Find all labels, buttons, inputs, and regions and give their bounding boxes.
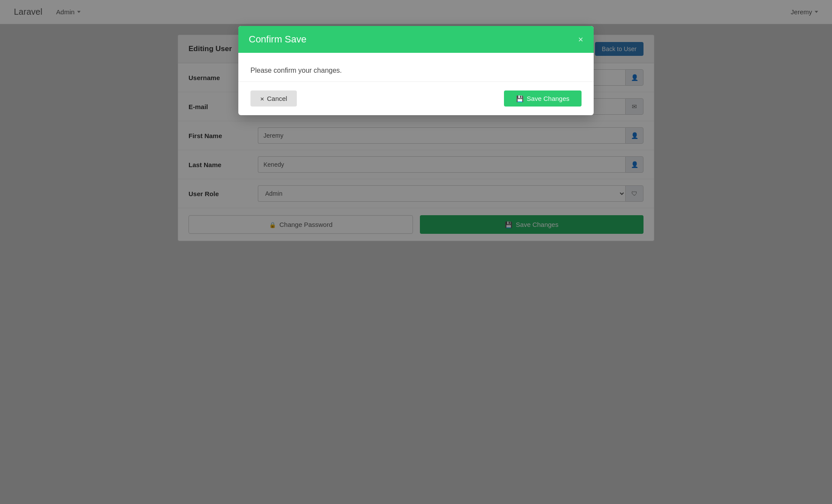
modal-save-button[interactable]: Save Changes xyxy=(504,90,582,107)
modal-title: Confirm Save xyxy=(249,34,306,45)
modal-overlay[interactable]: Confirm Save × Please confirm your chang… xyxy=(0,0,832,504)
modal-save-label: Save Changes xyxy=(527,95,569,102)
modal-footer: Cancel Save Changes xyxy=(238,82,594,115)
modal-body-text: Please confirm your changes. xyxy=(250,67,582,74)
confirm-save-modal: Confirm Save × Please confirm your chang… xyxy=(238,26,594,115)
cancel-label: Cancel xyxy=(267,95,287,102)
modal-body: Please confirm your changes. xyxy=(238,53,594,82)
modal-header: Confirm Save × xyxy=(238,26,594,53)
save-icon xyxy=(516,95,523,102)
x-icon xyxy=(260,95,264,102)
modal-cancel-button[interactable]: Cancel xyxy=(250,90,297,107)
modal-close-button[interactable]: × xyxy=(578,35,583,44)
